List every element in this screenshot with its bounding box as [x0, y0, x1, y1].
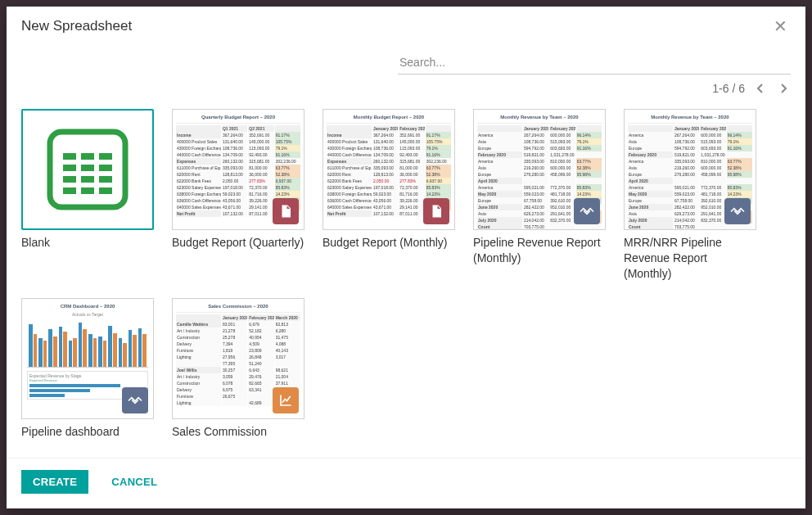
preview-title: Monthly Budget Report – 2020: [327, 113, 451, 124]
template-pipeline-dashboard[interactable]: CRM Dashboard – 2020 Actuals vs Target E…: [21, 298, 154, 440]
template-label: Budget Report (Quarterly): [172, 235, 304, 251]
chevron-right-icon[interactable]: [776, 81, 791, 96]
modal-body: 1-6 / 6: [7, 43, 805, 458]
template-thumb: Sales Commission – 2020 January 2020Febr…: [172, 298, 304, 419]
document-icon: [423, 198, 449, 224]
preview-title: CRM Dashboard – 2020: [27, 304, 148, 309]
template-blank[interactable]: Blank: [21, 109, 154, 251]
search-row: [21, 51, 791, 75]
template-label: Pipeline Revenue Report (Monthly): [473, 235, 606, 266]
preview-title: Monthly Revenue by Team – 2020: [628, 113, 752, 124]
pager-text: 1-6 / 6: [712, 82, 745, 95]
svg-rect-3: [99, 153, 112, 160]
template-thumb: Monthly Revenue by Team – 2020 January 2…: [624, 109, 756, 230]
template-label: MRR/NRR Pipeline Revenue Report (Monthly…: [624, 235, 756, 282]
svg-rect-8: [81, 176, 94, 183]
cancel-button[interactable]: CANCEL: [100, 470, 169, 494]
templates-grid: Blank Quarterly Budget Report – 2020 Q1 …: [21, 109, 791, 440]
template-label: Blank: [21, 235, 154, 251]
template-thumb: Monthly Revenue by Team – 2020 January 2…: [473, 109, 606, 230]
template-label: Pipeline dashboard: [21, 424, 154, 440]
svg-rect-11: [81, 187, 94, 194]
preview-subtitle: Actuals vs Target: [27, 312, 148, 317]
handshake-icon: [574, 198, 600, 224]
template-budget-quarterly[interactable]: Quarterly Budget Report – 2020 Q1 2021Q2…: [172, 109, 304, 251]
template-pipeline-revenue-monthly[interactable]: Monthly Revenue by Team – 2020 January 2…: [473, 109, 606, 266]
svg-rect-9: [99, 176, 112, 183]
preview-title: Monthly Revenue by Team – 2020: [477, 113, 602, 124]
modal-footer: CREATE CANCEL: [7, 458, 805, 508]
svg-rect-1: [63, 153, 76, 160]
modal-header: New Spreadsheet ✕: [7, 7, 805, 43]
handshake-icon: [122, 387, 148, 413]
template-sales-commission[interactable]: Sales Commission – 2020 January 2020Febr…: [172, 298, 304, 440]
chart-icon: [273, 387, 299, 413]
svg-rect-12: [99, 187, 112, 194]
svg-rect-2: [81, 153, 94, 160]
template-label: Sales Commission: [172, 424, 304, 440]
chevron-left-icon[interactable]: [753, 81, 768, 96]
search-input[interactable]: [398, 51, 791, 75]
close-icon[interactable]: ✕: [770, 18, 791, 34]
template-mrr-nrr[interactable]: Monthly Revenue by Team – 2020 January 2…: [624, 109, 756, 282]
template-thumb: CRM Dashboard – 2020 Actuals vs Target E…: [21, 298, 154, 419]
template-label: Budget Report (Monthly): [323, 235, 455, 251]
template-thumb: Monthly Budget Report – 2020 January 202…: [323, 109, 455, 230]
svg-rect-5: [81, 165, 94, 171]
svg-rect-6: [99, 165, 112, 171]
create-button[interactable]: CREATE: [21, 470, 88, 494]
preview-title: Quarterly Budget Report – 2020: [176, 113, 300, 124]
bar-chart-icon: [27, 320, 148, 368]
handshake-icon: [724, 198, 751, 224]
pager: 1-6 / 6: [21, 81, 791, 96]
template-thumb: Quarterly Budget Report – 2020 Q1 2021Q2…: [172, 109, 304, 230]
template-thumb: [21, 109, 154, 230]
template-budget-monthly[interactable]: Monthly Budget Report – 2020 January 202…: [323, 109, 455, 251]
svg-rect-4: [63, 165, 76, 171]
modal-title: New Spreadsheet: [21, 18, 132, 34]
svg-rect-10: [63, 187, 76, 194]
blank-spreadsheet-icon: [23, 111, 152, 228]
document-icon: [273, 198, 299, 224]
new-spreadsheet-modal: New Spreadsheet ✕ 1-6 / 6: [7, 7, 805, 508]
svg-rect-7: [63, 176, 76, 183]
preview-title: Sales Commission – 2020: [176, 302, 300, 313]
